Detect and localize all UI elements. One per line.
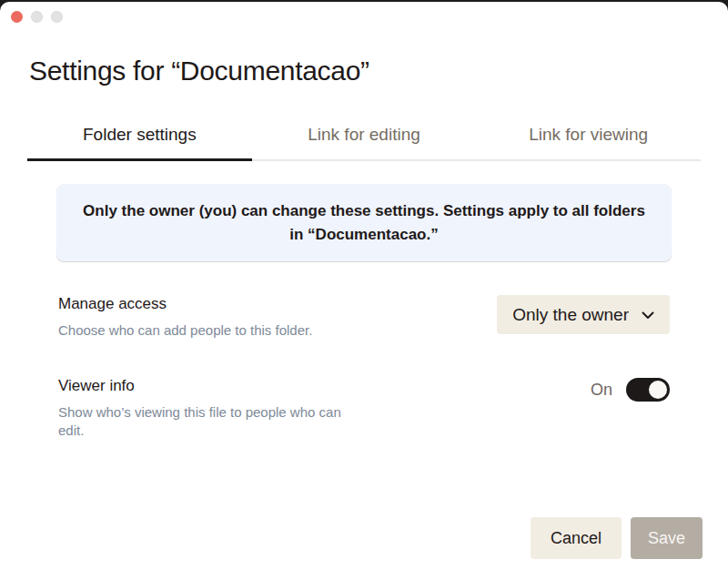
manage-access-label: Manage access: [58, 295, 312, 313]
toggle-state-label: On: [591, 381, 612, 400]
viewer-info-toggle[interactable]: [626, 378, 670, 402]
viewer-info-text-block: Viewer info Show who’s viewing this file…: [58, 377, 359, 440]
save-button[interactable]: Save: [631, 517, 703, 559]
minimize-button: [31, 11, 43, 23]
manage-access-selected-value: Only the owner: [512, 305, 629, 325]
viewer-info-row: Viewer info Show who’s viewing this file…: [58, 377, 670, 440]
toggle-knob: [649, 381, 667, 399]
settings-dialog: Settings for “Documentacao” Folder setti…: [0, 2, 728, 580]
tab-link-for-viewing[interactable]: Link for viewing: [476, 125, 701, 159]
tab-folder-settings[interactable]: Folder settings: [27, 125, 252, 159]
window-controls: [11, 11, 63, 23]
chevron-down-icon: [642, 311, 654, 320]
tab-bar: Folder settings Link for editing Link fo…: [27, 125, 701, 161]
manage-access-description: Choose who can add people to this folder…: [58, 321, 312, 340]
manage-access-dropdown[interactable]: Only the owner: [497, 295, 670, 334]
viewer-info-description: Show who’s viewing this file to people w…: [58, 403, 359, 440]
viewer-info-toggle-group: On: [591, 378, 670, 402]
close-button[interactable]: [11, 11, 23, 23]
zoom-button: [51, 11, 63, 23]
footer: Cancel Save: [531, 517, 703, 559]
viewer-info-label: Viewer info: [58, 377, 359, 395]
cancel-button[interactable]: Cancel: [531, 517, 622, 559]
owner-notice-text: Only the owner (you) can change these se…: [82, 199, 646, 247]
manage-access-row: Manage access Choose who can add people …: [58, 295, 670, 340]
dialog-title: Settings for “Documentacao”: [29, 55, 699, 87]
owner-notice-banner: Only the owner (you) can change these se…: [56, 184, 672, 261]
manage-access-text-block: Manage access Choose who can add people …: [58, 295, 312, 340]
tab-link-for-editing[interactable]: Link for editing: [252, 125, 477, 159]
